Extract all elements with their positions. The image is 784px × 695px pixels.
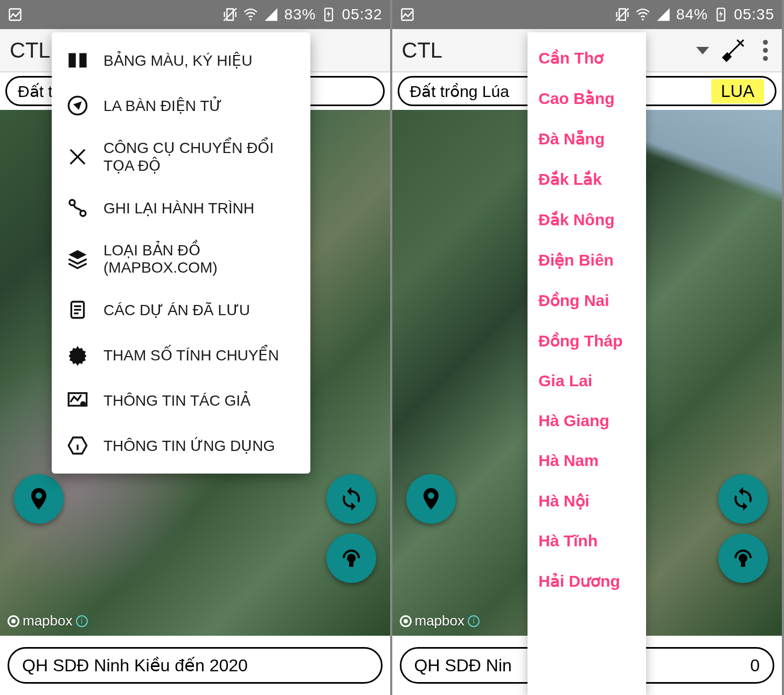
map-attribution: mapbox i — [400, 613, 480, 629]
tools-icon — [66, 145, 89, 169]
province-option[interactable]: Hà Tĩnh — [528, 521, 646, 561]
province-option[interactable]: Gia Lai — [528, 361, 646, 401]
menu-item-app-info[interactable]: THÔNG TIN ỨNG DỤNG — [52, 423, 310, 468]
menu-label: THÔNG TIN TÁC GIẢ — [103, 392, 251, 409]
wifi-icon — [243, 7, 258, 22]
broadcast-fab[interactable] — [718, 533, 768, 583]
menu-item-compass[interactable]: LA BÀN ĐIỆN TỬ — [52, 83, 310, 128]
vibrate-icon — [223, 7, 238, 22]
menu-item-author[interactable]: THÔNG TIN TÁC GIẢ — [52, 378, 310, 423]
province-option[interactable]: Hà Nam — [528, 441, 646, 481]
menu-label: CÁC DỰ ÁN ĐÃ LƯU — [103, 301, 250, 319]
svg-rect-18 — [401, 9, 413, 20]
ruler-brush-icon[interactable] — [721, 37, 747, 65]
province-option[interactable]: Đà Nẵng — [528, 119, 646, 159]
menu-item-track[interactable]: GHI LẠI HÀNH TRÌNH — [52, 185, 310, 231]
layers-icon — [66, 247, 89, 271]
menu-item-legend[interactable]: BẢNG MÀU, KÝ HIỆU — [52, 38, 310, 83]
battery-percent: 83% — [284, 6, 316, 23]
battery-charging-icon — [321, 7, 336, 22]
menu-label: CÔNG CỤ CHUYỂN ĐỔI TỌA ĐỘ — [103, 139, 296, 175]
mapbox-logo-icon — [8, 615, 19, 627]
province-option[interactable]: Cần Thơ — [528, 38, 646, 78]
chip-label: Đất trồng Lúa — [410, 82, 509, 101]
chip-code: LUA — [711, 79, 764, 103]
menu-item-params[interactable]: THAM SỐ TÍNH CHUYỂN — [52, 332, 310, 378]
route-icon — [66, 196, 89, 220]
gear-icon — [66, 343, 89, 367]
menu-label: LOẠI BẢN ĐỒ (MAPBOX.COM) — [103, 241, 296, 276]
broadcast-fab[interactable] — [327, 533, 376, 583]
province-dropdown-list[interactable]: Cần Thơ Cao Bằng Đà Nẵng Đắk Lắk Đắk Nôn… — [528, 32, 646, 695]
locate-fab[interactable] — [14, 474, 64, 524]
province-option[interactable]: Hải Dương — [528, 561, 646, 601]
image-icon — [8, 7, 23, 22]
status-bar: 83% 05:32 — [0, 0, 390, 29]
menu-label: LA BÀN ĐIỆN TỬ — [103, 97, 222, 115]
tools-menu: BẢNG MÀU, KÝ HIỆU LA BÀN ĐIỆN TỬ CÔNG CỤ… — [52, 32, 310, 474]
attribution-text: mapbox — [415, 613, 465, 629]
province-option[interactable]: Đồng Nai — [528, 280, 646, 321]
status-bar: 84% 05:35 — [392, 0, 782, 29]
battery-percent: 84% — [676, 6, 708, 23]
chevron-down-icon — [696, 47, 709, 54]
bottom-bar: QH SDĐ Ninh Kiều đến 2020 — [0, 636, 390, 695]
phone-right: 84% 05:35 CTL Đất trồng Lúa L — [392, 0, 785, 695]
menu-label: THÔNG TIN ỨNG DỤNG — [103, 437, 275, 455]
province-option[interactable]: Hà Nội — [528, 481, 646, 521]
info-hex-icon — [66, 434, 89, 457]
app-title: CTL — [10, 38, 51, 62]
info-icon[interactable]: i — [76, 615, 88, 627]
mapbox-logo-icon — [400, 615, 412, 627]
compass-icon — [66, 94, 89, 117]
menu-label: BẢNG MÀU, KÝ HIỆU — [103, 52, 253, 70]
signal-icon — [263, 7, 279, 22]
plan-label: QH SDĐ Ninh Kiều đến 2020 — [22, 655, 248, 676]
province-option[interactable]: Hà Giang — [528, 401, 646, 441]
image-icon — [400, 7, 415, 22]
province-option[interactable]: Đắk Lắk — [528, 159, 646, 199]
sync-fab[interactable] — [718, 474, 768, 524]
svg-line-1 — [224, 8, 237, 20]
plan-label-right: 0 — [750, 656, 760, 676]
province-dropdown-trigger[interactable] — [696, 47, 709, 54]
vibrate-icon — [615, 7, 630, 22]
plan-pill[interactable]: QH SDĐ Ninh Kiều đến 2020 — [8, 647, 383, 684]
menu-item-coord-convert[interactable]: CÔNG CỤ CHUYỂN ĐỔI TỌA ĐỘ — [52, 128, 310, 185]
svg-rect-0 — [10, 9, 21, 20]
chart-person-icon — [66, 388, 89, 412]
svg-rect-4 — [68, 53, 75, 68]
menu-label: THAM SỐ TÍNH CHUYỂN — [103, 346, 279, 364]
sync-fab[interactable] — [327, 474, 376, 524]
legend-icon — [66, 48, 89, 72]
wifi-icon — [635, 7, 650, 22]
app-title: CTL — [402, 38, 443, 62]
svg-point-20 — [642, 19, 644, 21]
svg-line-19 — [616, 8, 628, 20]
clock-time: 05:35 — [734, 6, 774, 23]
province-option[interactable]: Điện Biên — [528, 240, 646, 280]
clock-time: 05:32 — [342, 6, 382, 23]
battery-charging-icon — [713, 7, 729, 22]
svg-point-15 — [81, 402, 85, 406]
info-icon[interactable]: i — [468, 615, 480, 627]
locate-fab[interactable] — [406, 474, 456, 524]
menu-item-saved-projects[interactable]: CÁC DỰ ÁN ĐÃ LƯU — [52, 287, 310, 332]
svg-rect-5 — [79, 53, 86, 68]
province-option[interactable]: Đồng Tháp — [528, 321, 646, 361]
attribution-text: mapbox — [23, 613, 73, 629]
map-attribution: mapbox i — [8, 613, 88, 629]
signal-icon — [656, 7, 671, 22]
phone-left: 83% 05:32 CTL Đất trồ — [0, 0, 392, 695]
clipboard-icon — [66, 298, 89, 322]
menu-item-map-type[interactable]: LOẠI BẢN ĐỒ (MAPBOX.COM) — [52, 231, 310, 287]
plan-label-left: QH SDĐ Nin — [414, 656, 512, 676]
svg-point-2 — [250, 19, 252, 21]
overflow-menu[interactable] — [759, 40, 772, 61]
province-option[interactable]: Cao Bằng — [528, 78, 646, 119]
menu-label: GHI LẠI HÀNH TRÌNH — [103, 199, 254, 217]
province-option[interactable]: Đắk Nông — [528, 199, 646, 240]
